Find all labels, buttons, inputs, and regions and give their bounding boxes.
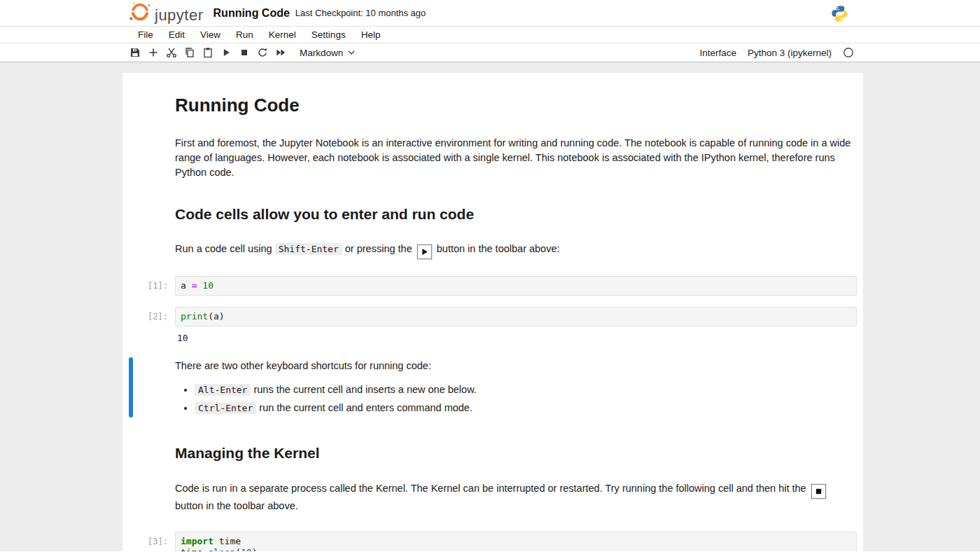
text-segment: Code is run in a separate process called… bbox=[175, 483, 809, 494]
stop-icon bbox=[239, 47, 250, 58]
chevron-down-icon bbox=[348, 50, 355, 55]
insert-cell-button[interactable] bbox=[144, 45, 162, 60]
notebook-scroll-area[interactable]: Running Code First and foremost, the Jup… bbox=[0, 62, 980, 551]
text-segment: button in the toolbar above: bbox=[434, 243, 560, 254]
plus-icon bbox=[148, 47, 159, 58]
copy-icon bbox=[184, 47, 195, 58]
text-segment: Run a code cell using bbox=[175, 243, 275, 254]
text-segment: button in the toolbar above. bbox=[175, 500, 298, 511]
text-segment: runs the current cell and inserts a new … bbox=[251, 384, 476, 395]
jupyter-logo[interactable]: jupyter bbox=[128, 2, 204, 25]
code-token: time bbox=[214, 536, 241, 546]
restart-kernel-button[interactable] bbox=[253, 45, 272, 60]
cell-type-value: Markdown bbox=[300, 48, 343, 58]
interface-label[interactable]: Interface bbox=[699, 48, 736, 58]
cell-prompt: [1]: bbox=[122, 281, 168, 291]
kernel-name-button[interactable]: Python 3 (ipykernel) bbox=[748, 48, 832, 58]
alt-enter-kbd: Alt-Enter bbox=[195, 384, 251, 396]
restart-icon bbox=[257, 47, 268, 58]
cell-prompt: [3]: bbox=[122, 537, 168, 546]
code-cell-3: [3]: import time time.sleep(10) bbox=[122, 532, 863, 551]
run-button[interactable] bbox=[217, 45, 235, 60]
menu-item-settings[interactable]: Settings bbox=[304, 28, 354, 41]
markdown-cell-kernel: Managing the Kernel Code is run in a sep… bbox=[122, 444, 863, 513]
ctrl-enter-kbd: Ctrl-Enter bbox=[195, 402, 256, 414]
code-token: a bbox=[181, 280, 192, 291]
menubar: File Edit View Run Kernel Settings Help bbox=[0, 27, 980, 43]
python-logo-icon bbox=[831, 5, 848, 25]
list-item: Alt-Enter runs the current cell and inse… bbox=[195, 382, 857, 396]
text-segment: run the current cell and enters command … bbox=[256, 402, 472, 413]
save-icon bbox=[130, 47, 141, 58]
kernel-paragraph: Code is run in a separate process called… bbox=[175, 481, 857, 513]
cut-cells-button[interactable] bbox=[162, 45, 181, 60]
cell-collapser-bar[interactable] bbox=[129, 357, 133, 418]
menu-item-help[interactable]: Help bbox=[354, 28, 388, 41]
interrupt-kernel-button[interactable] bbox=[235, 45, 253, 60]
code-token: ) bbox=[252, 547, 258, 551]
menu-item-edit[interactable]: Edit bbox=[161, 28, 192, 41]
interrupt-button-image bbox=[811, 484, 826, 499]
menu-item-file[interactable]: File bbox=[130, 28, 161, 41]
markdown-cell-shortcuts[interactable]: There are two other keyboard shortcuts f… bbox=[122, 357, 863, 418]
shortcuts-intro-paragraph: There are two other keyboard shortcuts f… bbox=[175, 359, 857, 373]
code-token: (a) bbox=[208, 311, 224, 322]
save-button[interactable] bbox=[126, 45, 144, 60]
code-token: 10 bbox=[202, 280, 214, 291]
notebook-page: Running Code First and foremost, the Jup… bbox=[122, 73, 863, 551]
list-item: Ctrl-Enter run the current cell and ente… bbox=[195, 401, 857, 415]
play-icon bbox=[220, 47, 232, 58]
intro-paragraph: First and foremost, the Jupyter Notebook… bbox=[175, 136, 857, 180]
jupyter-logo-icon bbox=[128, 2, 152, 25]
code-cell-2: [2]: print(a) bbox=[122, 307, 863, 326]
header-bar: jupyter Running Code Last Checkpoint: 10… bbox=[0, 0, 980, 27]
run-instruction-paragraph: Run a code cell using Shift-Enter or pre… bbox=[175, 242, 857, 259]
code-token: 10 bbox=[241, 547, 252, 551]
paste-cells-button[interactable] bbox=[199, 45, 217, 60]
menu-item-view[interactable]: View bbox=[192, 28, 228, 41]
markdown-cell-intro: Running Code First and foremost, the Jup… bbox=[122, 94, 863, 259]
run-all-button[interactable] bbox=[272, 45, 290, 60]
kernel-status-icon bbox=[843, 47, 854, 58]
code-token: time. bbox=[181, 547, 208, 551]
code-editor[interactable]: print(a) bbox=[175, 307, 857, 326]
menu-item-kernel[interactable]: Kernel bbox=[261, 28, 304, 41]
checkpoint-label: Last Checkpoint: 10 months ago bbox=[295, 8, 426, 18]
toolbar: Markdown Interface Python 3 (ipykernel) bbox=[0, 43, 980, 62]
fast-forward-icon bbox=[275, 47, 286, 58]
code-token: print bbox=[181, 311, 208, 322]
cell-output: 10 bbox=[122, 333, 863, 343]
code-editor[interactable]: import time time.sleep(10) bbox=[175, 532, 857, 551]
copy-cells-button[interactable] bbox=[181, 45, 199, 60]
code-token: import bbox=[181, 536, 214, 546]
notebook-title[interactable]: Running Code bbox=[214, 7, 290, 20]
cell-type-dropdown[interactable]: Markdown bbox=[300, 48, 355, 58]
shortcuts-list: Alt-Enter runs the current cell and inse… bbox=[195, 382, 857, 415]
scissors-icon bbox=[166, 47, 177, 58]
code-token: sleep bbox=[208, 547, 235, 551]
shift-enter-kbd: Shift-Enter bbox=[275, 243, 342, 255]
cell-prompt: [2]: bbox=[122, 312, 168, 322]
section-heading-code-cells: Code cells allow you to enter and run co… bbox=[175, 205, 857, 223]
jupyter-wordmark: jupyter bbox=[155, 8, 204, 25]
menu-item-run[interactable]: Run bbox=[228, 28, 261, 41]
text-segment: or pressing the bbox=[342, 243, 415, 254]
code-editor[interactable]: a = 10 bbox=[175, 276, 857, 296]
code-token: ( bbox=[235, 547, 241, 551]
run-button-image bbox=[417, 244, 432, 259]
page-title: Running Code bbox=[175, 94, 857, 117]
section-heading-kernel: Managing the Kernel bbox=[175, 444, 857, 462]
clipboard-icon bbox=[202, 47, 214, 58]
code-cell-1: [1]: a = 10 bbox=[122, 276, 863, 296]
